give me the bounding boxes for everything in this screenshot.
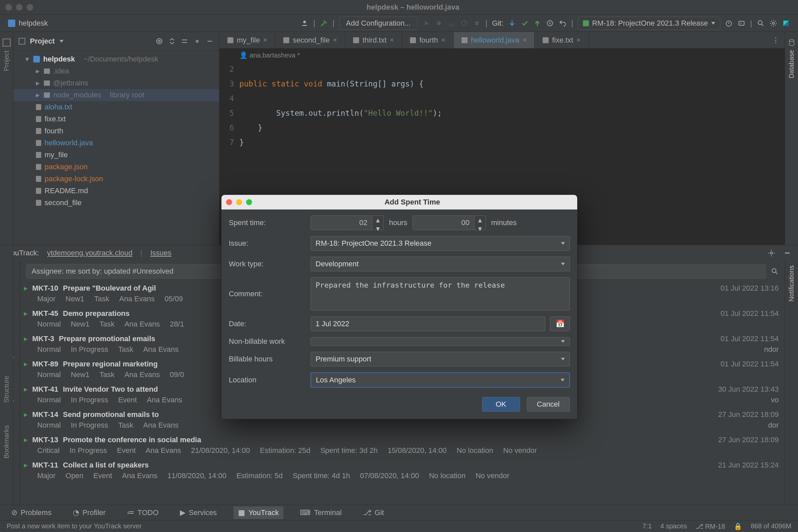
project-pane-title[interactable]: Project bbox=[30, 37, 55, 45]
nonbillable-combo[interactable] bbox=[310, 337, 570, 346]
code-area[interactable]: 234567 public static void main(String[] … bbox=[220, 62, 785, 164]
expand-chevron-icon[interactable]: ▸ bbox=[24, 385, 27, 394]
search-icon[interactable] bbox=[757, 19, 765, 27]
dialog-minimize-icon[interactable] bbox=[236, 199, 242, 205]
project-toolwin-label[interactable]: Project bbox=[3, 51, 10, 71]
close-tab-icon[interactable]: × bbox=[523, 36, 527, 44]
toolwin-problems[interactable]: ⊘Problems bbox=[7, 507, 56, 519]
user-icon[interactable] bbox=[301, 19, 308, 27]
lock-icon[interactable]: 🔒 bbox=[734, 522, 742, 530]
close-window-icon[interactable] bbox=[5, 4, 12, 11]
editor-tab[interactable]: second_file× bbox=[275, 32, 345, 48]
hide-icon[interactable] bbox=[206, 37, 214, 45]
settings-icon[interactable] bbox=[770, 19, 777, 27]
tree-item[interactable]: fixe.txt bbox=[13, 113, 219, 125]
location-combo[interactable]: Los Angeles bbox=[310, 373, 570, 388]
rollback-icon[interactable] bbox=[558, 19, 567, 27]
gear-icon[interactable] bbox=[767, 249, 775, 257]
toolwin-git[interactable]: ⎇Git bbox=[358, 507, 389, 519]
toolwin-todo[interactable]: ≔TODO bbox=[122, 507, 163, 519]
jetbrains-toolbox-icon[interactable] bbox=[782, 19, 790, 27]
ok-button[interactable]: OK bbox=[482, 397, 520, 412]
toolwin-terminal[interactable]: ⌨Terminal bbox=[295, 507, 346, 519]
run-icon[interactable] bbox=[422, 19, 430, 27]
tree-root[interactable]: ▾helpdesk ~/Documents/helpdesk bbox=[13, 53, 219, 65]
collapse-icon[interactable] bbox=[180, 37, 189, 45]
tree-item[interactable]: my_file bbox=[13, 149, 219, 161]
youtrack-issues-link[interactable]: Issues bbox=[150, 249, 172, 258]
git-pull-icon[interactable] bbox=[508, 19, 516, 27]
youtrack-run-config[interactable]: RM-18: ProjectOne 2021.3 Release bbox=[578, 17, 721, 30]
expand-chevron-icon[interactable]: ▸ bbox=[24, 335, 27, 343]
tree-item[interactable]: package-lock.json bbox=[13, 173, 219, 185]
expand-chevron-icon[interactable]: ▸ bbox=[24, 360, 27, 368]
issue-combo[interactable]: RM-18: ProjectOne 2021.3 Release bbox=[310, 236, 570, 251]
expand-chevron-icon[interactable]: ▸ bbox=[24, 309, 27, 318]
toolwin-services[interactable]: ▶Services bbox=[175, 507, 222, 519]
gear-icon[interactable] bbox=[193, 37, 201, 45]
git-push-icon[interactable] bbox=[533, 19, 541, 27]
issue-row[interactable]: ▸MKT-11Collect a list of speakers21 Jun … bbox=[20, 459, 785, 484]
tab-menu-icon[interactable]: ⋮ bbox=[767, 36, 785, 44]
notifications-label[interactable]: Notifications bbox=[788, 265, 795, 302]
tree-item[interactable]: README.md bbox=[13, 185, 219, 197]
caret-position[interactable]: 7:1 bbox=[642, 522, 652, 530]
toolwin-youtrack[interactable]: ▦YouTrack bbox=[233, 507, 283, 519]
zoom-window-icon[interactable] bbox=[26, 4, 33, 11]
indent-info[interactable]: 4 spaces bbox=[660, 522, 687, 530]
expand-all-icon[interactable] bbox=[168, 37, 176, 45]
tree-item[interactable]: aloha.txt bbox=[13, 101, 219, 113]
project-name[interactable]: helpdesk bbox=[19, 19, 48, 27]
add-configuration-button[interactable]: Add Configuration... bbox=[339, 17, 418, 30]
expand-chevron-icon[interactable]: ▸ bbox=[24, 410, 27, 419]
expand-chevron-icon[interactable]: ▸ bbox=[24, 461, 27, 470]
youtrack-server-link[interactable]: ytdemoeng.youtrack.cloud bbox=[47, 249, 132, 258]
structure-toolwin-label[interactable]: Structure bbox=[3, 376, 10, 403]
debug-icon[interactable] bbox=[435, 19, 443, 27]
timer-play-icon[interactable] bbox=[725, 19, 733, 27]
calendar-button[interactable]: 📅 bbox=[550, 317, 570, 331]
close-tab-icon[interactable]: × bbox=[441, 36, 445, 44]
expand-chevron-icon[interactable]: ▸ bbox=[24, 436, 27, 444]
minutes-spinner[interactable]: 00▴▾ bbox=[413, 215, 486, 230]
coverage-icon[interactable] bbox=[448, 19, 456, 27]
database-label[interactable]: Database bbox=[788, 50, 795, 78]
minimize-window-icon[interactable] bbox=[16, 4, 23, 11]
editor-tab[interactable]: my_file× bbox=[220, 32, 275, 48]
toolwin-profiler[interactable]: ◔Profiler bbox=[68, 507, 110, 519]
editor-tab[interactable]: fixe.txt× bbox=[535, 32, 589, 48]
run-anything-icon[interactable] bbox=[738, 19, 745, 27]
search-icon[interactable] bbox=[771, 267, 779, 275]
tree-item[interactable]: ▸.idea bbox=[13, 65, 219, 77]
git-branch[interactable]: ⎇ RM-18 bbox=[696, 522, 725, 530]
project-toolwin-icon[interactable] bbox=[3, 39, 11, 46]
close-tab-icon[interactable]: × bbox=[263, 36, 267, 44]
git-commit-icon[interactable] bbox=[521, 19, 529, 27]
profile-icon[interactable] bbox=[460, 19, 468, 27]
tree-item[interactable]: ▸@jetbrains bbox=[13, 77, 219, 89]
tree-item[interactable]: package.json bbox=[13, 161, 219, 173]
editor-tab[interactable]: third.txt× bbox=[345, 32, 402, 48]
bookmarks-toolwin-label[interactable]: Bookmarks bbox=[3, 425, 10, 458]
editor-tab[interactable]: helloworld.java× bbox=[454, 32, 535, 48]
tree-item[interactable]: helloworld.java bbox=[13, 137, 219, 149]
hours-spinner[interactable]: 02▴▾ bbox=[310, 215, 384, 230]
select-opened-icon[interactable] bbox=[155, 37, 163, 45]
dialog-close-icon[interactable] bbox=[226, 199, 232, 205]
worktype-combo[interactable]: Development bbox=[310, 257, 570, 271]
tree-item[interactable]: ▸node_modules library root bbox=[13, 89, 219, 101]
memory-indicator[interactable]: 868 of 4096M bbox=[751, 522, 791, 530]
database-icon[interactable] bbox=[788, 39, 796, 46]
dialog-zoom-icon[interactable] bbox=[246, 199, 252, 205]
tree-item[interactable]: second_file bbox=[13, 197, 219, 209]
stop-icon[interactable] bbox=[473, 19, 481, 27]
build-hammer-icon[interactable] bbox=[320, 19, 328, 27]
issue-row[interactable]: ▸MKT-13Promote the conference in social … bbox=[20, 434, 785, 459]
comment-textarea[interactable]: Prepared the infrastructure for the rele… bbox=[310, 277, 570, 310]
chevron-down-icon[interactable] bbox=[59, 40, 63, 42]
close-tab-icon[interactable]: × bbox=[390, 36, 394, 44]
close-tab-icon[interactable]: × bbox=[333, 36, 337, 44]
tree-item[interactable]: fourth bbox=[13, 125, 219, 137]
editor-tab[interactable]: fourth× bbox=[402, 32, 454, 48]
expand-chevron-icon[interactable]: ▸ bbox=[24, 284, 27, 292]
